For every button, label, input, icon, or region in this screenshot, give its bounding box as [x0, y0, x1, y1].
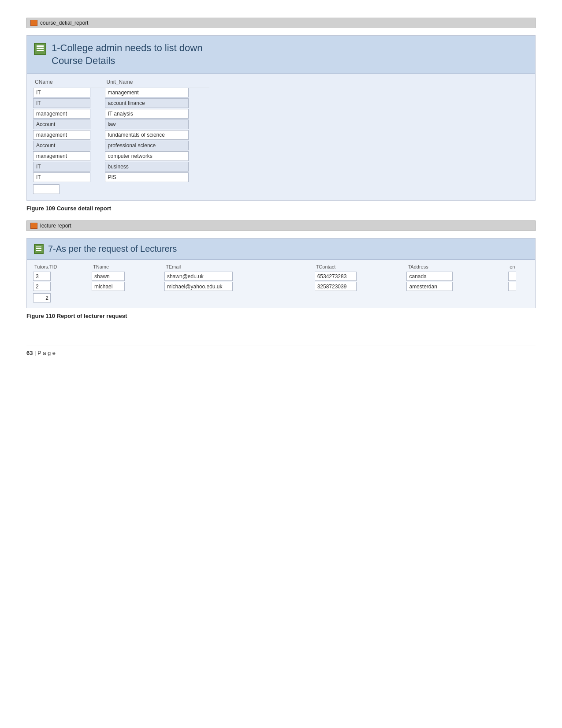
course-uname-input[interactable] [105, 109, 189, 119]
lecture-en-cell [508, 271, 529, 282]
course-cname-input[interactable] [33, 98, 90, 108]
course-cname-cell [33, 172, 105, 183]
course-cname-input[interactable] [33, 109, 90, 119]
lecture-tid-cell [33, 271, 92, 282]
course-uname-cell [105, 161, 210, 172]
course-uname-cell [105, 98, 210, 108]
course-table-row [33, 140, 209, 151]
lecture-row-count-row [33, 293, 529, 302]
lecture-en-cell [508, 281, 529, 291]
course-cname-cell [33, 161, 105, 172]
course-uname-input[interactable] [105, 119, 189, 129]
col-taddress-header: TAddress [406, 263, 508, 271]
col-uname-header: Unit_Name [105, 78, 210, 87]
lecture-report-tab-bar: lecture report [26, 220, 536, 231]
report2-header: 7-As per the request of Lecturers [27, 239, 535, 260]
lecture-tname-cell [92, 271, 164, 282]
lecture-tid-cell [33, 281, 92, 291]
lecture-temail-input[interactable] [164, 282, 233, 291]
page-footer: 63 | P a g e [26, 346, 536, 356]
col-tname-header: TName [92, 263, 164, 271]
lecture-tid-input[interactable] [33, 272, 51, 281]
course-cname-input[interactable] [33, 141, 90, 150]
course-cname-input[interactable] [33, 88, 90, 97]
col-temail-header: TEmail [164, 263, 315, 271]
report1-header-icon [34, 43, 46, 55]
course-uname-input[interactable] [105, 162, 189, 172]
course-report-tab-bar: course_detial_report [26, 18, 536, 28]
lecture-en-input[interactable] [508, 272, 516, 281]
tab2-icon [30, 223, 37, 229]
report1-header: 1-College admin needs to list down Cours… [27, 36, 535, 74]
course-table-row [33, 172, 209, 183]
page-text: | P a g e [34, 350, 56, 356]
course-table-row [33, 161, 209, 172]
lecture-taddress-input[interactable] [406, 282, 453, 291]
course-cname-input[interactable] [33, 130, 90, 140]
course-row-count-row: 9 [33, 184, 529, 194]
course-cname-cell [33, 98, 105, 108]
lecture-table-row [33, 271, 529, 282]
tab1-label[interactable]: course_detial_report [40, 20, 88, 26]
course-uname-input[interactable] [105, 88, 189, 97]
course-table-row [33, 119, 209, 130]
course-report-panel: 1-College admin needs to list down Cours… [26, 35, 536, 201]
col-tid-header: Tutors.TID [33, 263, 92, 271]
course-uname-cell [105, 87, 210, 98]
course-uname-cell [105, 108, 210, 119]
lecture-tcontact-cell [315, 281, 407, 291]
lecture-tname-input[interactable] [92, 272, 125, 281]
course-uname-input[interactable] [105, 98, 189, 108]
course-uname-input[interactable] [105, 130, 189, 140]
lecture-tcontact-cell [315, 271, 407, 282]
page-number: 63 [26, 350, 33, 356]
lecture-temail-input[interactable] [164, 272, 233, 281]
report1-title: 1-College admin needs to list down Cours… [52, 42, 202, 67]
lecture-tcontact-input[interactable] [315, 282, 357, 291]
course-uname-input[interactable] [105, 172, 189, 182]
course-uname-cell [105, 151, 210, 161]
lecture-tcontact-input[interactable] [315, 272, 357, 281]
course-uname-cell [105, 172, 210, 183]
course-table-row [33, 108, 209, 119]
tab-icon [30, 20, 37, 26]
course-table-row [33, 151, 209, 161]
course-uname-input[interactable] [105, 141, 189, 150]
lecture-row-count-input[interactable] [33, 293, 51, 302]
lecture-tname-input[interactable] [92, 282, 125, 291]
course-cname-input[interactable] [33, 119, 90, 129]
course-table-row [33, 87, 209, 98]
col-tcontact-header: TContact [315, 263, 407, 271]
lecture-table-row [33, 281, 529, 291]
figure109-caption: Figure 109 Course detail report [26, 205, 536, 212]
course-cname-cell [33, 87, 105, 98]
lecture-temail-cell [164, 271, 315, 282]
course-cname-cell [33, 108, 105, 119]
course-uname-cell [105, 140, 210, 151]
course-uname-cell [105, 130, 210, 140]
course-uname-cell [105, 119, 210, 130]
col-en-header: en [508, 263, 529, 271]
course-cname-input[interactable] [33, 151, 90, 161]
lecture-tid-input[interactable] [33, 282, 51, 291]
lecturer-table: Tutors.TID TName TEmail TContact TAddres… [33, 263, 529, 291]
report1-table-wrap: CName Unit_Name [27, 74, 535, 200]
course-cname-cell [33, 140, 105, 151]
lecture-tname-cell [92, 281, 164, 291]
course-table-row [33, 98, 209, 108]
course-table-row [33, 130, 209, 140]
course-cname-cell [33, 130, 105, 140]
course-row-count-input[interactable]: 9 [33, 184, 60, 194]
lecture-taddress-cell [406, 271, 508, 282]
course-cname-input[interactable] [33, 162, 90, 172]
lecture-taddress-cell [406, 281, 508, 291]
lecture-en-input[interactable] [508, 282, 516, 291]
report2-table-wrap: Tutors.TID TName TEmail TContact TAddres… [27, 260, 535, 308]
course-cname-cell [33, 119, 105, 130]
course-uname-input[interactable] [105, 151, 189, 161]
course-details-table: CName Unit_Name [33, 78, 209, 183]
tab2-label[interactable]: lecture report [40, 223, 71, 229]
report2-header-icon [34, 244, 44, 254]
lecture-taddress-input[interactable] [406, 272, 453, 281]
course-cname-input[interactable] [33, 172, 90, 182]
